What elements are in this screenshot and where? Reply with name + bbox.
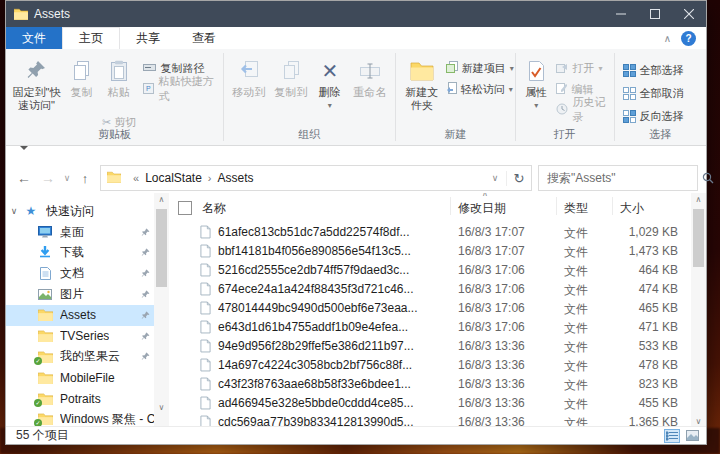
- open-button[interactable]: 打开 ▾: [556, 59, 613, 77]
- copy-to-icon: [281, 56, 301, 86]
- paste-button[interactable]: 粘贴: [100, 53, 137, 99]
- close-button[interactable]: [672, 1, 706, 27]
- file-size: 533 KB: [592, 339, 678, 353]
- thumbnail-view-button[interactable]: [684, 429, 700, 443]
- file-name: e643d1d61b4755addf1b09e4efea...: [218, 320, 454, 334]
- history-button[interactable]: 历史记录: [556, 101, 613, 119]
- sidebar-item-tvseries[interactable]: TVSeries: [6, 326, 154, 347]
- collapse-ribbon-icon[interactable]: ∧: [664, 33, 671, 44]
- back-button[interactable]: ←: [12, 170, 36, 186]
- expand-chevron-icon[interactable]: ∨: [6, 206, 22, 216]
- file-date: 16/8/3 13:36: [458, 396, 525, 410]
- up-button[interactable]: ↑: [74, 171, 96, 186]
- sidebar-item--[interactable]: 图片: [6, 284, 154, 305]
- file-icon: [200, 358, 211, 372]
- table-row[interactable]: e643d1d61b4755addf1b09e4efea...16/8/3 17…: [172, 318, 691, 337]
- rename-button[interactable]: 重命名: [348, 53, 392, 99]
- pin-to-quick-access-button[interactable]: 固定到"快速访问": [10, 53, 63, 112]
- pin-icon: [26, 56, 46, 86]
- file-type: 文件: [564, 339, 588, 356]
- sidebar-item--[interactable]: 下载: [6, 243, 154, 264]
- sidebar-item-assets[interactable]: Assets: [6, 305, 154, 326]
- help-icon[interactable]: ?: [681, 31, 696, 46]
- select-all-checkbox[interactable]: [178, 201, 192, 215]
- invert-selection-button[interactable]: 反向选择: [623, 107, 684, 125]
- tab-share[interactable]: 共享: [120, 27, 176, 49]
- search-icon[interactable]: [702, 172, 714, 184]
- breadcrumb-localstate[interactable]: LocalState: [145, 171, 202, 185]
- documents-icon: [40, 267, 51, 280]
- sidebar-item--[interactable]: ✓我的坚果云: [6, 347, 154, 368]
- minimize-button[interactable]: [604, 1, 638, 27]
- properties-button[interactable]: 属性 ▾: [520, 53, 552, 112]
- easy-access-button[interactable]: 轻松访问 ▾: [446, 80, 514, 98]
- details-view-button[interactable]: [664, 429, 680, 443]
- breadcrumb-collapse-chevron[interactable]: «: [133, 172, 139, 184]
- list-scrollbar-thumb[interactable]: [693, 209, 704, 267]
- address-dropdown-icon[interactable]: ∨: [484, 173, 506, 183]
- recent-locations-icon[interactable]: ∨: [60, 173, 74, 183]
- tab-view[interactable]: 查看: [176, 27, 232, 49]
- copy-to-button[interactable]: 复制到: [270, 53, 312, 99]
- search-box[interactable]: [538, 165, 698, 191]
- sidebar-scrollbar-thumb[interactable]: [156, 209, 167, 287]
- column-header-name[interactable]: 名称: [202, 200, 226, 217]
- file-size: 464 KB: [592, 263, 678, 277]
- quick-access-star-icon: ★: [26, 204, 37, 218]
- pinned-icon: [141, 248, 150, 257]
- breadcrumb-folder-icon: [107, 171, 121, 186]
- table-row[interactable]: bbf14181b4f056e890856e54f13c5...16/8/3 1…: [172, 242, 691, 261]
- file-type: 文件: [564, 282, 588, 299]
- table-row[interactable]: 14a697c4224c3058bcb2bf756c88f...16/8/3 1…: [172, 356, 691, 375]
- tab-file[interactable]: 文件: [6, 27, 62, 49]
- select-none-button[interactable]: 全部取消: [623, 84, 684, 102]
- properties-dropdown-icon: ▾: [534, 99, 538, 112]
- tab-home[interactable]: 主页: [62, 27, 120, 49]
- sidebar-item--[interactable]: ∨★快速访问: [6, 201, 154, 222]
- table-row[interactable]: c43f23f8763aae68b58f33e6bdee1...16/8/3 1…: [172, 375, 691, 394]
- paste-shortcut-button[interactable]: P 粘贴快捷方式: [143, 80, 222, 98]
- sidebar-item--[interactable]: 文档: [6, 263, 154, 284]
- sidebar-scrollbar[interactable]: ∧ ∨: [154, 193, 169, 429]
- titlebar[interactable]: Assets: [6, 1, 706, 27]
- table-row[interactable]: 5216cd2555ce2db74ff57f9daed3c...16/8/3 1…: [172, 261, 691, 280]
- sidebar-item-potraits[interactable]: ✓Potraits: [6, 388, 154, 409]
- table-row[interactable]: 94e9d956f28b29ffef5e386d211b97...16/8/3 …: [172, 337, 691, 356]
- search-input[interactable]: [539, 171, 702, 185]
- select-group-label: 选择: [615, 127, 706, 145]
- select-all-button[interactable]: 全部选择: [623, 61, 684, 79]
- copy-button[interactable]: 复制: [63, 53, 100, 99]
- invert-selection-label: 反向选择: [640, 109, 684, 124]
- table-row[interactable]: ad466945e328e5bbde0cddd4ce85...16/8/3 13…: [172, 394, 691, 413]
- file-type: 文件: [564, 377, 588, 394]
- breadcrumb-assets[interactable]: Assets: [218, 171, 254, 185]
- file-date: 16/8/3 17:06: [458, 282, 525, 296]
- explorer-window: Assets 文件 主页 共享 查看 ∧ ?: [5, 0, 707, 445]
- new-item-button[interactable]: 新建项目 ▾: [446, 59, 514, 77]
- table-row[interactable]: 61afec813cb51dc7a5dd22574f8df...16/8/3 1…: [172, 223, 691, 242]
- main-content: ∨★快速访问桌面下载文档图片AssetsTVSeries✓我的坚果云Mobile…: [6, 193, 706, 429]
- copy-path-icon: [143, 62, 156, 74]
- invert-selection-icon: [623, 110, 636, 123]
- sidebar-item--[interactable]: 桌面: [6, 222, 154, 243]
- new-folder-button[interactable]: 新建文件夹: [402, 53, 442, 112]
- pin-icon: [141, 290, 150, 299]
- column-header-size[interactable]: 大小: [620, 200, 644, 217]
- delete-button[interactable]: ✕ 删除 ▾: [312, 53, 348, 112]
- cut-button[interactable]: ✂ 剪切: [102, 115, 136, 130]
- column-header-type[interactable]: 类型: [564, 200, 588, 217]
- column-header-date[interactable]: 修改日期: [458, 200, 506, 217]
- table-row[interactable]: 478014449bc9490d500ebf6e73eaa...16/8/3 1…: [172, 299, 691, 318]
- sidebar-item-mobilefile[interactable]: MobileFile: [6, 367, 154, 388]
- ribbon-group-organize: 移动到 复制到 ✕ 删除 ▾ 重命名: [224, 49, 395, 145]
- sidebar-scroll-up-icon[interactable]: ∧: [154, 193, 169, 207]
- move-to-button[interactable]: 移动到: [228, 53, 270, 99]
- sidebar-scroll-down-icon[interactable]: ∨: [154, 401, 169, 415]
- table-row[interactable]: 674ece24a1a424f88435f3d721c46...16/8/3 1…: [172, 280, 691, 299]
- list-scrollbar[interactable]: ∧ ∨: [691, 193, 706, 429]
- forward-button[interactable]: →: [36, 170, 60, 186]
- maximize-button[interactable]: [638, 1, 672, 27]
- refresh-icon[interactable]: ↻: [506, 171, 531, 186]
- list-scroll-up-icon[interactable]: ∧: [691, 193, 706, 207]
- address-breadcrumb-bar[interactable]: « LocalState › Assets ∨ ↻: [100, 165, 532, 191]
